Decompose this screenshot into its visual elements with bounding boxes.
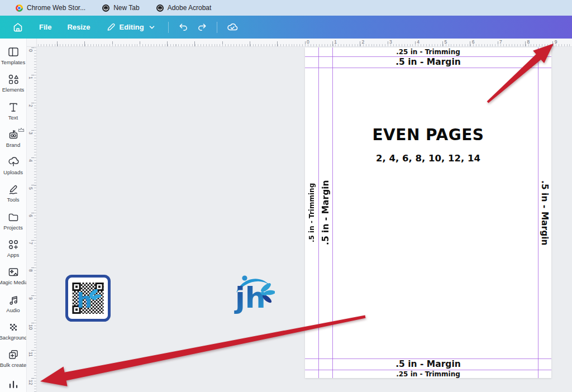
sidebar-item-brand[interactable]: Brand	[0, 128, 26, 156]
resize-button[interactable]: Resize	[60, 18, 97, 36]
sidebar-item-bulk-create[interactable]: Bulk create	[0, 348, 26, 376]
ruler-number: 8	[28, 269, 34, 272]
editor-toolbar: File Resize Editing	[0, 16, 572, 39]
background-icon	[7, 321, 20, 333]
cloud-save-status-button[interactable]	[223, 18, 242, 36]
ruler-number: 3	[28, 132, 34, 135]
bookmark-chrome-web-store[interactable]: Chrome Web Stor...	[9, 1, 92, 15]
sidebar-item-label: Tools	[7, 197, 19, 203]
sidebar-item-background[interactable]: Background	[0, 321, 26, 348]
horizontal-ruler[interactable]: 0123456789	[37, 39, 572, 47]
ruler-number: 8	[527, 39, 530, 45]
sidebar-item-tools[interactable]: Tools	[0, 183, 26, 211]
top-trim-label: .25 in - Trimming	[305, 47, 551, 56]
chevron-down-icon	[148, 23, 156, 31]
object-panel-rail: TemplatesElementsTextBrandUploadsToolsPr…	[0, 39, 27, 392]
ruler-number: 10	[28, 324, 34, 329]
apps-icon	[7, 238, 20, 251]
sidebar-item-label: Audio	[6, 307, 20, 313]
ruler-number: 11	[28, 352, 34, 357]
pencil-icon	[106, 22, 116, 32]
sidebar-item-label: Bulk create	[0, 362, 26, 368]
ruler-number: 12	[28, 380, 34, 385]
bookmark-new-tab[interactable]: New Tab	[96, 1, 146, 15]
ruler-number: 1	[28, 77, 34, 79]
sidebar-item-apps[interactable]: Apps	[0, 238, 26, 266]
sidebar-item-elements[interactable]: Elements	[0, 73, 26, 101]
ruler-number: 6	[472, 39, 475, 45]
ruler-number: 6	[28, 214, 34, 217]
sidebar-item-templates[interactable]: Templates	[0, 46, 26, 73]
undo-button[interactable]	[174, 18, 192, 36]
design-page[interactable]: .25 in - Trimming .5 in - Margin .5 in -…	[305, 47, 551, 378]
charts-icon	[7, 376, 20, 389]
sidebar-item-charts[interactable]	[0, 376, 26, 392]
page-title-text[interactable]: EVEN PAGES	[305, 126, 551, 144]
ruler-number: 7	[499, 39, 502, 45]
bulk-create-icon	[7, 348, 20, 361]
left-trim-label: .5 in - Trimming	[305, 47, 318, 378]
ruler-number: 5	[28, 187, 34, 190]
editing-mode-dropdown[interactable]: Editing	[99, 18, 163, 36]
tools-icon	[7, 183, 20, 195]
svg-text:jh: jh	[234, 281, 266, 314]
ruler-number: 4	[417, 39, 420, 45]
right-margin-label: .5 in - Margin	[538, 47, 551, 378]
sidebar-item-label: Brand	[6, 142, 20, 148]
editor-main: TemplatesElementsTextBrandUploadsToolsPr…	[0, 39, 572, 392]
svg-text:h: h	[77, 288, 92, 313]
sidebar-item-label: Templates	[1, 59, 25, 65]
sidebar-item-label: Elements	[2, 87, 25, 93]
page-subtitle-text[interactable]: 2, 4, 6, 8, 10, 12, 14	[305, 153, 551, 164]
app-window: Chrome Web Stor... New Tab Adobe Acrobat…	[0, 0, 572, 392]
uploads-icon	[7, 156, 20, 168]
sidebar-item-magic-media[interactable]: Magic Media	[0, 266, 26, 293]
sidebar-item-audio[interactable]: Audio	[0, 294, 26, 321]
jh-leaf-logo[interactable]: jh	[233, 273, 275, 318]
left-margin-label: .5 in - Margin	[318, 47, 332, 378]
sidebar-item-label: Uploads	[3, 169, 23, 175]
bookmark-label: New Tab	[113, 4, 139, 12]
file-button[interactable]: File	[32, 18, 58, 36]
undo-icon	[178, 22, 188, 32]
vertical-ruler[interactable]: 0123456789101112	[27, 47, 37, 392]
ruler-number: 2	[28, 104, 34, 107]
sidebar-item-label: Background	[0, 334, 27, 341]
sidebar-item-uploads[interactable]: Uploads	[0, 156, 26, 183]
ruler-number: 1	[334, 39, 337, 45]
sidebar-item-projects[interactable]: Projects	[0, 211, 26, 238]
toolbar-separator	[217, 22, 217, 33]
ruler-number: 3	[389, 39, 392, 45]
cloud-check-icon	[226, 21, 239, 34]
ruler-number: 2	[362, 39, 365, 45]
design-canvas[interactable]: .25 in - Trimming .5 in - Margin .5 in -…	[37, 47, 572, 392]
templates-icon	[7, 46, 20, 58]
bottom-trim-label: .25 in - Trimming	[305, 370, 551, 378]
home-button[interactable]	[6, 18, 30, 36]
brand-icon	[7, 128, 20, 141]
ruler-number: 5	[445, 39, 447, 45]
globe-icon	[156, 4, 164, 12]
sidebar-item-label: Text	[8, 114, 18, 121]
redo-icon	[197, 22, 208, 32]
audio-icon	[7, 294, 20, 306]
redo-button[interactable]	[194, 18, 211, 36]
bookmark-adobe-acrobat[interactable]: Adobe Acrobat	[150, 1, 218, 15]
ruler-number: 0	[307, 39, 309, 45]
projects-icon	[7, 211, 20, 223]
text-icon	[7, 101, 20, 113]
ruler-number: 9	[555, 39, 557, 45]
browser-bookmarks-bar: Chrome Web Stor... New Tab Adobe Acrobat	[0, 0, 572, 16]
top-margin-label: .5 in - Margin	[305, 56, 551, 68]
bottom-margin-label: .5 in - Margin	[305, 358, 551, 370]
ruler-number: 0	[28, 49, 34, 52]
home-icon	[12, 22, 23, 33]
ruler-number: 4	[28, 159, 34, 162]
qr-code-with-jh-logo[interactable]: h	[65, 275, 111, 322]
ruler-corner	[27, 39, 37, 47]
chrome-icon	[16, 4, 23, 12]
elements-icon	[7, 73, 20, 85]
margin-guide-top[interactable]	[305, 68, 551, 68]
margin-guide-left[interactable]	[332, 47, 333, 378]
magic-media-icon	[7, 266, 20, 278]
